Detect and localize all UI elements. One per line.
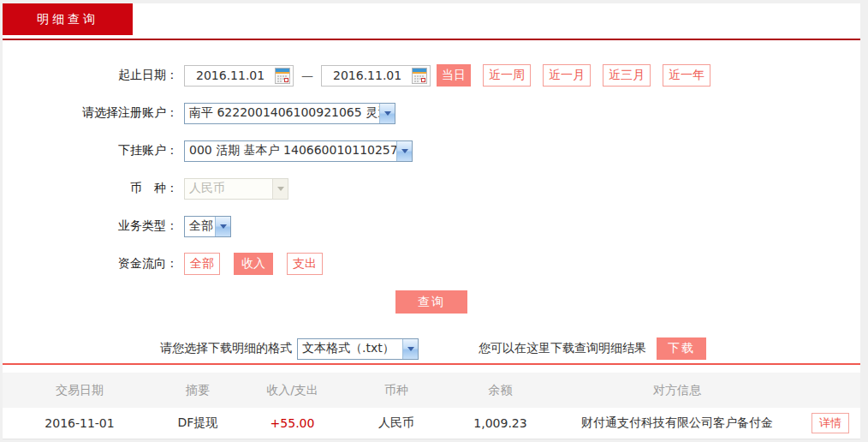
cell-counterparty: 财付通支付科技有限公司客户备付金 (554, 415, 800, 431)
fund-flow-label: 资金流向： (3, 256, 184, 272)
business-type-row: 业务类型： 全部 (3, 215, 860, 237)
cell-date: 2016-11-01 (3, 416, 157, 430)
detail-button[interactable]: 详情 (812, 413, 849, 433)
col-header-balance: 余额 (447, 383, 554, 398)
chevron-down-icon[interactable] (379, 104, 395, 123)
sub-account-label: 下挂账户： (3, 143, 184, 158)
cell-currency: 人民币 (346, 415, 447, 431)
quick-btn-last-year[interactable]: 近一年 (663, 64, 710, 87)
fund-flow-row: 资金流向： 全部 收入 支出 (3, 253, 860, 275)
currency-row: 币 种： 人民币 (3, 177, 860, 200)
registered-account-label: 请选择注册账户： (3, 105, 184, 121)
start-date-input[interactable]: 2016.11.01 (184, 65, 294, 87)
col-header-date: 交易日期 (3, 383, 157, 398)
quick-btn-last-month[interactable]: 近一月 (543, 64, 591, 87)
download-format-select[interactable]: 文本格式（.txt） (297, 338, 419, 360)
query-form: 起止日期： 2016.11.01 (3, 40, 860, 360)
download-format-label: 请您选择下载明细的格式 (160, 341, 292, 356)
chevron-down-icon (272, 179, 288, 199)
fund-flow-all-button[interactable]: 全部 (184, 253, 220, 275)
quick-btn-last-week[interactable]: 近一周 (483, 64, 531, 87)
tab-detail-query[interactable]: 明细查询 (3, 3, 133, 35)
cell-action: 详情 (800, 413, 860, 433)
end-date-value: 2016.11.01 (333, 69, 401, 82)
download-button[interactable]: 下载 (657, 337, 706, 360)
cell-summary: DF提现 (157, 415, 239, 431)
business-type-label: 业务类型： (3, 218, 184, 234)
query-button[interactable]: 查询 (395, 290, 467, 314)
cell-balance: 1,009.23 (447, 416, 554, 430)
sub-account-value: 000 活期 基本户 1406600101102571848 (185, 143, 396, 158)
currency-value: 人民币 (185, 181, 272, 196)
cell-amount: +55.00 (239, 416, 346, 430)
results-table: 交易日期 摘要 收入/支出 币种 余额 对方信息 2016-11-01 DF提现… (3, 373, 860, 439)
section-divider (3, 363, 860, 365)
business-type-select[interactable]: 全部 (184, 216, 231, 237)
registered-account-row: 请选择注册账户： 南平 6222001406100921065 灵通卡 (3, 102, 860, 124)
chevron-down-icon[interactable] (215, 217, 230, 236)
content-panel: 明细查询 起止日期： 2016.11.01 (3, 3, 860, 437)
chevron-down-icon[interactable] (402, 339, 418, 359)
quick-btn-today[interactable]: 当日 (437, 64, 471, 87)
business-type-value: 全部 (185, 218, 215, 234)
registered-account-value: 南平 6222001406100921065 灵通卡 (185, 105, 379, 121)
calendar-icon[interactable] (412, 68, 427, 84)
quick-btn-last-3-months[interactable]: 近三月 (603, 64, 651, 87)
table-header-row: 交易日期 摘要 收入/支出 币种 余额 对方信息 (3, 373, 860, 408)
fund-flow-income-button[interactable]: 收入 (234, 253, 273, 275)
registered-account-select[interactable]: 南平 6222001406100921065 灵通卡 (184, 103, 395, 124)
query-button-row: 查询 (3, 290, 860, 314)
tab-bar: 明细查询 (3, 3, 860, 35)
calendar-icon[interactable] (275, 68, 290, 84)
date-range-separator: — (301, 69, 313, 82)
fund-flow-expense-button[interactable]: 支出 (287, 253, 323, 275)
col-header-counterparty: 对方信息 (554, 383, 800, 398)
currency-select: 人民币 (184, 178, 288, 200)
start-date-value: 2016.11.01 (196, 69, 265, 82)
end-date-input[interactable]: 2016.11.01 (321, 65, 431, 87)
col-header-currency: 币种 (346, 383, 447, 398)
sub-account-select[interactable]: 000 活期 基本户 1406600101102571848 (184, 140, 413, 162)
currency-label: 币 种： (3, 181, 184, 196)
download-row: 请您选择下载明细的格式 文本格式（.txt） 您可以在这里下载查询明细结果 下载 (160, 337, 860, 360)
col-header-summary: 摘要 (157, 383, 239, 398)
table-row: 2016-11-01 DF提现 +55.00 人民币 1,009.23 财付通支… (3, 408, 860, 439)
sub-account-row: 下挂账户： 000 活期 基本户 1406600101102571848 (3, 140, 860, 162)
date-range-row: 起止日期： 2016.11.01 (3, 64, 860, 87)
date-range-label: 起止日期： (3, 68, 184, 83)
chevron-down-icon[interactable] (396, 141, 412, 161)
download-format-value: 文本格式（.txt） (298, 341, 402, 356)
download-hint: 您可以在这里下载查询明细结果 (479, 341, 646, 356)
col-header-amount: 收入/支出 (239, 383, 346, 398)
